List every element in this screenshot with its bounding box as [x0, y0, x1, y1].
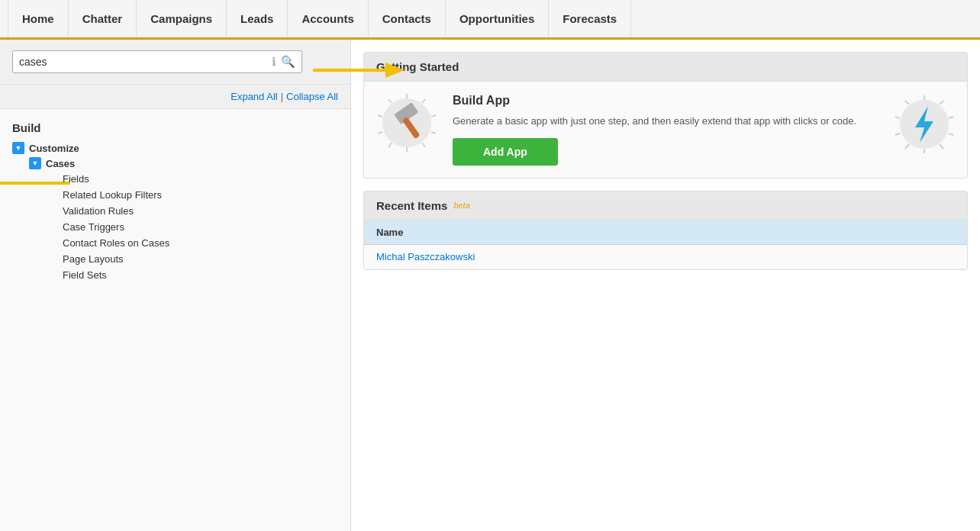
related-lookup-filters-item[interactable]: Related Lookup Filters: [63, 187, 338, 203]
fields-item[interactable]: Fields: [63, 171, 338, 187]
customize-tree-item[interactable]: Customize: [12, 142, 338, 154]
svg-line-11: [388, 143, 392, 147]
svg-line-25: [895, 134, 900, 135]
nav-opportunities[interactable]: Opportunities: [446, 0, 549, 37]
add-app-button[interactable]: Add App: [453, 138, 558, 166]
sidebar-tree-content: Build Customize Cases: [0, 109, 350, 531]
svg-line-9: [422, 143, 425, 147]
svg-line-26: [895, 117, 900, 118]
getting-started-header: Getting Started: [364, 53, 967, 82]
svg-line-22: [940, 144, 943, 149]
nav-accounts[interactable]: Accounts: [288, 0, 368, 37]
svg-line-6: [422, 99, 425, 103]
collapse-all-link[interactable]: Collapse All: [286, 91, 338, 102]
svg-line-8: [431, 132, 436, 134]
getting-started-body: Build App Generate a basic app with just…: [364, 82, 967, 178]
arrow-annotation-left: [0, 172, 70, 203]
recent-item-link[interactable]: Michal Paszczakowski: [376, 251, 475, 262]
lightning-icon: [894, 94, 955, 155]
nav-leads[interactable]: Leads: [227, 0, 288, 37]
svg-line-13: [378, 115, 382, 117]
build-app-description: Generate a basic app with just one step,…: [453, 114, 878, 129]
search-input[interactable]: cases: [19, 56, 272, 68]
main-layout: cases ℹ 🔍 Expand All | Collapse All Buil…: [0, 40, 980, 531]
customize-label: Customize: [29, 143, 79, 154]
recent-items-table: Name Michal Paszczakowski: [364, 220, 967, 269]
page-layouts-item[interactable]: Page Layouts: [63, 251, 338, 267]
cases-caret[interactable]: [29, 157, 41, 169]
hammer-icon: [376, 94, 437, 155]
beta-badge: beta: [453, 201, 469, 210]
build-app-title: Build App: [453, 94, 878, 108]
cases-tree-item[interactable]: Cases: [29, 157, 338, 169]
svg-line-14: [388, 99, 392, 103]
svg-line-19: [940, 101, 943, 105]
validation-rules-item[interactable]: Validation Rules: [63, 203, 338, 219]
svg-line-7: [431, 115, 436, 117]
recent-items-header: Recent Items beta: [364, 191, 967, 220]
expand-all-link[interactable]: Expand All: [230, 91, 277, 102]
cases-label: Cases: [46, 158, 75, 169]
svg-line-12: [378, 132, 382, 134]
search-box: cases ℹ 🔍: [12, 50, 302, 73]
top-navigation: Home Chatter Campaigns Leads Accounts Co…: [0, 0, 980, 40]
recent-items-section: Recent Items beta Name Michal Paszczakow…: [363, 191, 968, 270]
field-sets-item[interactable]: Field Sets: [63, 267, 338, 283]
customize-caret[interactable]: [12, 142, 24, 154]
svg-line-27: [905, 101, 909, 105]
cases-subtree: Cases Fields Related Lookup Filters Vali…: [29, 157, 338, 283]
sidebar: cases ℹ 🔍 Expand All | Collapse All Buil…: [0, 40, 351, 531]
case-triggers-item[interactable]: Case Triggers: [63, 219, 338, 235]
nav-forecasts[interactable]: Forecasts: [549, 0, 631, 37]
recent-item-cell: Michal Paszczakowski: [364, 244, 967, 269]
expand-collapse-bar: Expand All | Collapse All: [0, 85, 350, 109]
svg-line-21: [949, 134, 953, 135]
nav-campaigns[interactable]: Campaigns: [137, 0, 227, 37]
table-row: Michal Paszczakowski: [364, 244, 967, 269]
main-content: Getting Started: [351, 40, 980, 531]
svg-line-20: [949, 117, 953, 118]
getting-started-section: Getting Started: [363, 52, 968, 179]
search-icon[interactable]: 🔍: [281, 55, 295, 69]
nav-contacts[interactable]: Contacts: [369, 0, 446, 37]
build-app-text: Build App Generate a basic app with just…: [453, 94, 878, 166]
contact-roles-on-cases-item[interactable]: Contact Roles on Cases: [63, 235, 338, 251]
svg-line-24: [905, 144, 909, 149]
cases-leaf-items: Fields Related Lookup Filters Validation…: [63, 171, 338, 283]
info-icon[interactable]: ℹ: [272, 55, 276, 69]
separator: |: [281, 91, 283, 102]
build-heading: Build: [12, 121, 338, 134]
recent-items-title: Recent Items: [376, 199, 447, 212]
search-area: cases ℹ 🔍: [0, 40, 350, 85]
name-column-header: Name: [364, 220, 967, 245]
nav-home[interactable]: Home: [8, 0, 69, 37]
nav-chatter[interactable]: Chatter: [69, 0, 137, 37]
